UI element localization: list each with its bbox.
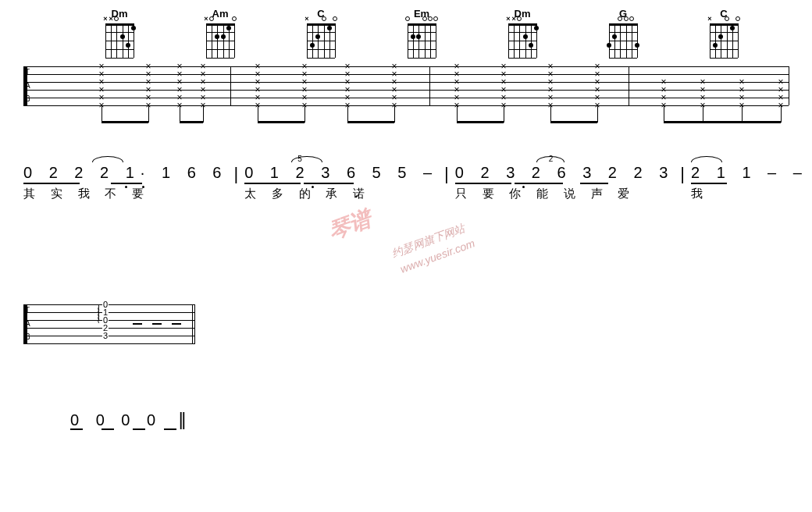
jianpu-lyrics: 只 要 你 能 说 声 爱: [455, 187, 675, 201]
rest-dash: [152, 323, 162, 325]
watermark-logo: 琴谱: [324, 204, 376, 247]
tab-staff-2: T A B ≀≀≀≀≀ 01023: [23, 304, 195, 367]
tab-letter-a: A: [25, 320, 30, 328]
jianpu-lyrics: 其 实 我 不 要: [23, 187, 227, 201]
barline: [230, 66, 231, 105]
jianpu-beam: [102, 428, 114, 430]
stem: [550, 105, 551, 123]
beam: [102, 121, 148, 123]
chord-dm-2: Dm ××: [508, 8, 536, 58]
jianpu-beam: [23, 183, 80, 184]
jianpu-lyrics: 太 多 的 承 诺: [244, 187, 438, 201]
jianpu-beam: [691, 183, 727, 184]
chord-grid: ×: [206, 23, 234, 58]
tie-icon: [92, 156, 123, 162]
rest-dash: [172, 323, 181, 325]
jianpu-beam: [164, 428, 176, 430]
tab-staff-1: T A B ××××××××××××××××××××××××××××××××××…: [23, 66, 789, 129]
tab-letter-b: B: [25, 95, 30, 103]
chord-am: Am ×: [206, 8, 234, 58]
chord-grid: ××: [105, 23, 134, 58]
stem: [597, 105, 598, 123]
chord-c-2: C ×: [710, 8, 738, 58]
beam: [550, 121, 597, 123]
jianpu-line-2: 0 0 0 0 ‖: [70, 410, 789, 430]
octave-dot: [522, 186, 525, 188]
stem: [457, 105, 458, 123]
jianpu-barline: |: [233, 164, 238, 184]
chord-g: G: [609, 8, 637, 58]
stem: [742, 105, 743, 123]
jianpu-notes: 0 2 3 2 6 3 2 2 3: [455, 164, 675, 182]
chord-grid: ×: [710, 23, 738, 58]
stem: [347, 105, 348, 123]
final-barline-icon: ‖: [178, 410, 183, 429]
fret-number: 3: [102, 331, 109, 340]
barline: [194, 304, 195, 343]
jianpu-beam: [580, 183, 608, 184]
jianpu-notes: 0 2 2 2 1· 1 6 6: [23, 164, 227, 182]
tab-letter-b: B: [25, 333, 30, 341]
barline: [429, 66, 430, 105]
jianpu-beam: [244, 183, 301, 184]
barline: [192, 304, 193, 343]
chord-dm: Dm ××: [105, 8, 134, 58]
chord-grid: ×: [307, 23, 335, 58]
stem: [394, 105, 395, 123]
tie-icon: [691, 156, 722, 162]
jianpu-sup: 2: [549, 155, 554, 163]
beam: [258, 121, 304, 123]
beam: [457, 121, 504, 123]
jianpu-lyrics: 我: [691, 187, 808, 201]
jianpu-beam: [133, 428, 145, 430]
jianpu-notes: 2 1 1 – –: [691, 164, 808, 182]
chord-em: Em: [408, 8, 436, 58]
stem: [304, 105, 305, 123]
chord-c: C ×: [307, 8, 335, 58]
jianpu-line-1: 0 2 2 2 1· 1 6 6其 实 我 不 要|0 1 2 3 6 5 5 …: [23, 164, 789, 201]
octave-dot: [125, 186, 127, 188]
stem: [258, 105, 258, 123]
octave-dot: [142, 186, 144, 188]
tab-letter-t: T: [25, 69, 30, 76]
chord-grid: [609, 23, 637, 58]
barline: [629, 66, 629, 105]
beam: [180, 121, 203, 123]
chord-label: Am: [212, 8, 229, 20]
stem: [781, 105, 782, 123]
jianpu-beam: [70, 428, 83, 430]
stem: [148, 105, 149, 123]
jianpu-notes: 0 1 2 3 6 5 5 –: [244, 164, 438, 182]
stem: [664, 105, 664, 123]
chord-grid: ××: [508, 23, 536, 58]
beam: [742, 121, 781, 123]
jianpu-beam: [304, 183, 354, 184]
jianpu-barline: |: [444, 164, 449, 184]
stem: [703, 105, 703, 123]
watermark-text-1: 约瑟网旗下网站: [390, 222, 467, 261]
watermark-text-2: www.yuesir.com: [398, 236, 476, 275]
chord-row: Dm ×× Am × C × Em Dm ×× G C ×: [105, 8, 738, 58]
tie-icon: [291, 156, 322, 162]
rest-dash: [133, 323, 142, 325]
stem: [504, 105, 504, 123]
beam: [703, 121, 742, 123]
barline: [789, 66, 789, 105]
jianpu-sup: 5: [297, 155, 302, 163]
jianpu-beam: [111, 183, 142, 184]
tab-letter-a: A: [25, 82, 30, 90]
stem: [180, 105, 180, 123]
jianpu-barline: |: [680, 164, 685, 184]
stem: [102, 105, 102, 123]
jianpu-beam: [515, 183, 563, 184]
jianpu-beam: [455, 183, 511, 184]
jianpu-coda: 0 0 0 0: [70, 411, 162, 428]
chord-grid: [408, 23, 436, 58]
beam: [664, 121, 703, 123]
tab-letter-t: T: [25, 307, 30, 315]
beam: [347, 121, 394, 123]
stem: [203, 105, 204, 123]
